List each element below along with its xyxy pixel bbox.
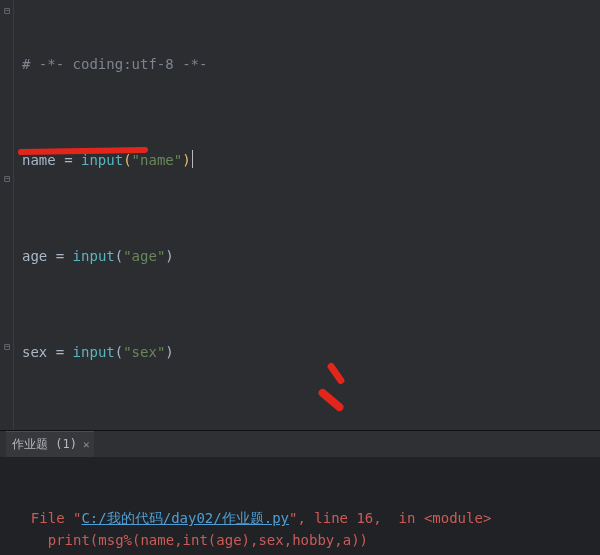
close-icon[interactable]: ✕ bbox=[83, 438, 90, 451]
code-line: # -*- coding:utf-8 -*- bbox=[22, 52, 594, 76]
traceback-file-link[interactable]: C:/我的代码/day02/作业题.py bbox=[81, 510, 289, 526]
fold-toggle[interactable]: ⊟ bbox=[2, 342, 12, 352]
fold-toggle[interactable]: ⊟ bbox=[2, 174, 12, 184]
comment: # -*- coding:utf-8 -*- bbox=[22, 56, 207, 72]
code-line: age = input("age") bbox=[22, 244, 594, 268]
panel-tab-row: 作业题 (1) ✕ bbox=[0, 431, 600, 457]
code-editor[interactable]: ⊟ ⊟ ⊟ # -*- coding:utf-8 -*- name = inpu… bbox=[0, 0, 600, 430]
panel-tab-label: 作业题 (1) bbox=[12, 436, 77, 453]
console-output[interactable]: File "C:/我的代码/day02/作业题.py", line 16, in… bbox=[0, 457, 600, 555]
text-caret bbox=[192, 150, 193, 168]
run-output-panel: 作业题 (1) ✕ File "C:/我的代码/day02/作业题.py", l… bbox=[0, 430, 600, 555]
fold-toggle[interactable]: ⊟ bbox=[2, 6, 12, 16]
console-line: File "C:/我的代码/day02/作业题.py", line 16, in… bbox=[14, 510, 491, 526]
code-line: sex = input("sex") bbox=[22, 340, 594, 364]
gutter: ⊟ ⊟ ⊟ bbox=[0, 0, 14, 430]
console-line bbox=[14, 488, 368, 504]
panel-tab[interactable]: 作业题 (1) ✕ bbox=[6, 431, 94, 457]
console-line: print(msg%(name,int(age),sex,hobby,a)) bbox=[14, 532, 368, 548]
